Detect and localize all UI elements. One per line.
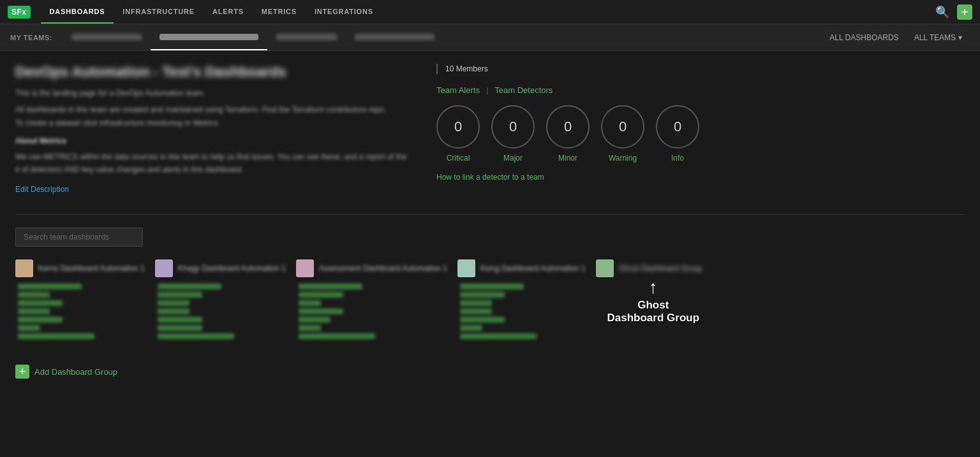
dashboard-groups: Kerns Dashboard Automation 1 Khagy Dashb… (15, 259, 965, 347)
group-item-bar (18, 284, 82, 289)
members-divider (436, 64, 438, 74)
circle-value: 0 (546, 105, 590, 149)
add-button[interactable]: + (957, 4, 972, 20)
group-items (155, 284, 286, 339)
group-item-bar (299, 333, 375, 339)
search-row (15, 228, 965, 247)
dashboard-title: DevOps Automation - Test's Dashboards (15, 64, 411, 80)
team-detectors-link[interactable]: Team Detectors (494, 85, 553, 95)
group-header: Assessment Dashboard Automation 1 (296, 259, 447, 277)
dashboard-group-5[interactable]: Ghost Dashboard Group ↑ GhostDashboard G… (596, 259, 711, 339)
group-item-bar (158, 292, 202, 298)
group-item-bar (158, 317, 202, 323)
add-group-label: Add Dashboard Group (34, 367, 117, 377)
group-item-bar (158, 325, 202, 331)
dashboard-group-3[interactable]: Assessment Dashboard Automation 1 (296, 259, 447, 339)
section-divider (15, 214, 965, 215)
group-item-bar (158, 284, 221, 289)
circle-value: 0 (656, 105, 699, 149)
team-tab-4[interactable] (346, 24, 443, 50)
group-title: Kerns Dashboard Automation 1 (38, 264, 145, 273)
group-header: Khagy Dashboard Automation 1 (155, 259, 286, 277)
alert-circle-info: 0 Info (656, 105, 699, 163)
header-left: DevOps Automation - Test's Dashboards Th… (15, 64, 411, 194)
team-alerts-link[interactable]: Team Alerts (436, 85, 480, 95)
team-tab-2[interactable] (151, 24, 267, 50)
group-item-bar (299, 284, 362, 289)
circle-value: 0 (436, 105, 480, 149)
add-dashboard-group-button[interactable]: + Add Dashboard Group (15, 365, 965, 379)
alert-circle-major: 0 Major (491, 105, 535, 163)
edit-description-link[interactable]: Edit Description (15, 185, 69, 194)
nav-alerts[interactable]: ALERTS (204, 0, 253, 24)
alert-circle-warning: 0 Warning (601, 105, 644, 163)
group-color-swatch (155, 259, 173, 277)
nav-metrics[interactable]: METRICS (253, 0, 306, 24)
group-color-swatch (296, 259, 314, 277)
group-header: Kerns Dashboard Automation 1 (15, 259, 145, 277)
circle-label: Info (671, 154, 684, 163)
group-item-bar (18, 308, 50, 314)
nav-integrations[interactable]: INTEGRATIONS (306, 0, 382, 24)
circle-label: Minor (558, 154, 577, 163)
members-count: 10 Members (445, 64, 488, 73)
group-item-bar (18, 300, 63, 306)
header-right: 10 Members Team Alerts | Team Detectors … (436, 64, 965, 194)
group-color-swatch (15, 259, 33, 277)
search-input[interactable] (15, 228, 143, 247)
group-item-bar (460, 325, 482, 331)
top-navigation: SFx DASHBOARDS INFRASTRUCTURE ALERTS MET… (0, 0, 980, 24)
nav-dashboards[interactable]: DASHBOARDS (41, 0, 114, 24)
group-header: Kerrg Dashboard Automation 1 (457, 259, 586, 277)
team-tab-1[interactable] (63, 24, 151, 50)
dashboard-group-2[interactable]: Khagy Dashboard Automation 1 (155, 259, 286, 339)
group-item-bar (18, 325, 40, 331)
group-title: Khagy Dashboard Automation 1 (178, 264, 286, 273)
alert-circle-critical: 0 Critical (436, 105, 480, 163)
group-color-swatch (596, 259, 614, 277)
group-item-bar (460, 300, 492, 306)
group-header: Ghost Dashboard Group (596, 259, 711, 277)
ghost-arrow-icon: ↑ (649, 279, 658, 296)
search-icon[interactable]: 🔍 (935, 5, 949, 19)
dashboard-group-4[interactable]: Kerrg Dashboard Automation 1 (457, 259, 586, 339)
chevron-down-icon: ▾ (958, 33, 962, 42)
group-items (296, 284, 447, 339)
team-tab-3[interactable] (267, 24, 346, 50)
nav-infrastructure[interactable]: INFRASTRUCTURE (114, 0, 204, 24)
teams-right: ALL DASHBOARDS ALL TEAMS ▾ (822, 33, 970, 42)
all-dashboards-button[interactable]: ALL DASHBOARDS (822, 33, 906, 42)
group-title: Assessment Dashboard Automation 1 (319, 264, 447, 273)
group-item-bar (299, 300, 321, 306)
members-row: 10 Members (436, 64, 488, 74)
group-item-bar (158, 308, 189, 314)
nav-items: DASHBOARDS INFRASTRUCTURE ALERTS METRICS… (41, 0, 382, 24)
group-item-bar (18, 333, 94, 339)
nav-right: 🔍 + (935, 4, 972, 20)
sfx-logo[interactable]: SFx (8, 6, 31, 18)
group-item-bar (299, 308, 343, 314)
ghost-annotation: ↑ GhostDashboard Group (607, 279, 700, 324)
group-items (457, 284, 586, 339)
alert-circles: 0 Critical 0 Major 0 Minor 0 Warning 0 I… (436, 105, 699, 163)
dashboard-group-1[interactable]: Kerns Dashboard Automation 1 (15, 259, 145, 339)
group-item-bar (460, 333, 537, 339)
all-teams-button[interactable]: ALL TEAMS ▾ (907, 33, 970, 42)
group-color-swatch (457, 259, 475, 277)
group-item-bar (460, 317, 505, 323)
alerts-divider: | (486, 85, 488, 95)
circle-label: Major (503, 154, 523, 163)
dashboard-description: This is the landing page for a DevOps Au… (15, 87, 411, 176)
how-to-link[interactable]: How to link a detector to a team (436, 173, 544, 182)
group-item-bar (299, 317, 330, 323)
dashboard-header: DevOps Automation - Test's Dashboards Th… (15, 64, 965, 194)
group-item-bar (299, 325, 321, 331)
group-item-bar (460, 308, 492, 314)
group-item-bar (299, 292, 343, 298)
circle-value: 0 (601, 105, 644, 149)
add-icon: + (15, 365, 29, 379)
group-title: Kerrg Dashboard Automation 1 (480, 264, 586, 273)
circle-value: 0 (491, 105, 535, 149)
circle-label: Warning (609, 154, 637, 163)
alert-circle-minor: 0 Minor (546, 105, 590, 163)
